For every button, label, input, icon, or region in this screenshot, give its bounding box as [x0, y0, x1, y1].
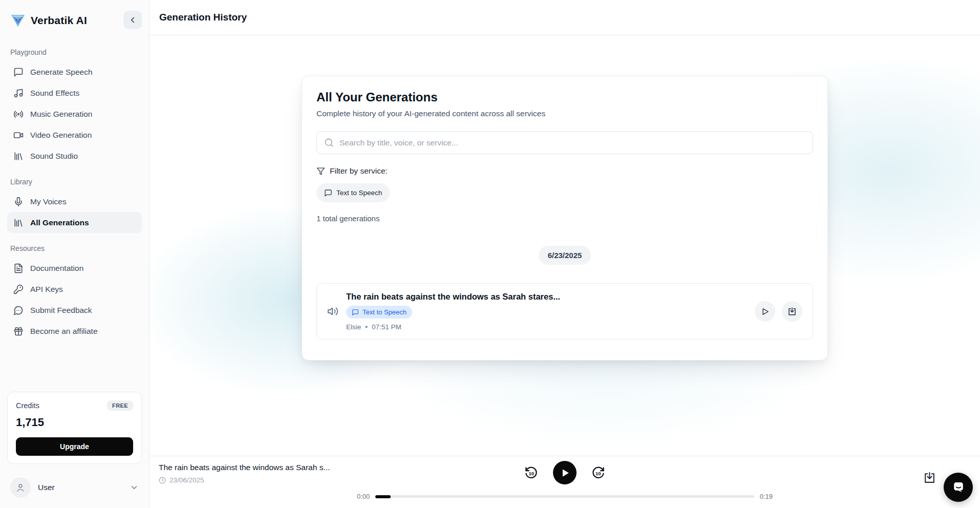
upgrade-button[interactable]: Upgrade — [16, 437, 133, 456]
chat-widget-icon — [951, 480, 966, 495]
music-note-icon — [13, 88, 24, 98]
play-icon — [561, 468, 570, 478]
sidebar-item-label: Sound Studio — [30, 152, 78, 161]
chat-widget-button[interactable] — [944, 473, 973, 502]
svg-text:10: 10 — [528, 470, 534, 476]
sidebar-item-video-generation[interactable]: Video Generation — [7, 124, 142, 145]
rewind-10-icon: 10 — [524, 466, 538, 480]
filter-label: Filter by service: — [330, 166, 388, 176]
credits-card: Credits FREE 1,715 Upgrade — [7, 392, 142, 464]
chevron-down-icon — [130, 483, 139, 492]
sidebar-item-become-affiliate[interactable]: Become an affiliate — [7, 321, 142, 342]
player-track-title: The rain beats against the windows as Sa… — [159, 463, 330, 472]
sidebar-collapse-button[interactable] — [123, 11, 142, 29]
player-track-info: The rain beats against the windows as Sa… — [159, 463, 330, 484]
radio-waves-icon — [13, 109, 24, 119]
date-group-chip: 6/23/2025 — [539, 246, 591, 265]
main-header: Generation History — [150, 0, 980, 35]
generation-info: The rain beats against the windows as Sa… — [346, 292, 755, 331]
sidebar-item-label: Submit Feedback — [30, 306, 92, 315]
message-dots-icon — [13, 305, 24, 315]
generation-row[interactable]: The rain beats against the windows as Sa… — [316, 283, 813, 340]
brand-name: Verbatik AI — [31, 14, 87, 27]
sidebar-item-label: All Generations — [30, 218, 89, 227]
sidebar-item-label: Documentation — [30, 264, 83, 273]
player-progress-track[interactable] — [375, 495, 754, 498]
card-title: All Your Generations — [316, 90, 813, 104]
main-area: Generation History All Your Generations … — [150, 0, 980, 508]
download-generation-button[interactable] — [782, 301, 802, 322]
filter-chip-text-to-speech[interactable]: Text to Speech — [316, 183, 390, 202]
player-controls: 10 10 — [524, 461, 605, 484]
meta-separator: • — [365, 323, 368, 331]
verbatik-logo-icon — [10, 13, 26, 28]
sidebar-item-my-voices[interactable]: My Voices — [7, 191, 142, 212]
plan-badge: FREE — [107, 400, 133, 411]
service-badge-label: Text to Speech — [363, 308, 407, 316]
library-icon — [13, 218, 24, 228]
clock-icon — [159, 477, 166, 484]
volume-icon — [327, 306, 338, 317]
rewind-10-button[interactable]: 10 — [524, 466, 538, 480]
generation-actions — [755, 301, 802, 322]
player-current-time: 0:00 — [357, 493, 370, 500]
player-progress-fill — [375, 495, 391, 498]
sidebar-item-label: Generate Speech — [30, 68, 93, 77]
player-date-text: 23/06/2025 — [169, 476, 204, 484]
sidebar-item-all-generations[interactable]: All Generations — [7, 212, 142, 233]
chevron-left-icon — [128, 15, 137, 25]
user-menu[interactable]: User — [7, 475, 142, 500]
filter-chip-label: Text to Speech — [336, 189, 382, 197]
sidebar-item-generate-speech[interactable]: Generate Speech — [7, 61, 142, 82]
player-play-button[interactable] — [553, 461, 577, 484]
sidebar-item-sound-effects[interactable]: Sound Effects — [7, 82, 142, 103]
play-generation-button[interactable] — [755, 301, 775, 322]
sidebar-item-api-keys[interactable]: API Keys — [7, 279, 142, 300]
audio-player-bar: The rain beats against the windows as Sa… — [150, 456, 980, 508]
download-icon — [923, 471, 936, 484]
player-download-button[interactable] — [923, 471, 936, 484]
page-title: Generation History — [159, 12, 247, 23]
section-label-playground: Playground — [7, 44, 142, 61]
sidebar-item-label: My Voices — [30, 197, 67, 206]
funnel-icon — [316, 167, 325, 176]
video-camera-icon — [13, 130, 24, 140]
download-icon — [787, 307, 797, 316]
card-subtitle: Complete history of your AI-generated co… — [316, 109, 813, 118]
section-label-resources: Resources — [7, 240, 142, 258]
player-track-date: 23/06/2025 — [159, 476, 330, 484]
chat-bubble-icon — [13, 67, 24, 77]
sidebar: Verbatik AI Playground Generate Speech S… — [0, 0, 150, 508]
search-input[interactable] — [339, 138, 805, 147]
sidebar-nav: Playground Generate Speech Sound Effects… — [7, 44, 142, 342]
gift-icon — [13, 326, 24, 336]
avatar — [10, 477, 31, 498]
sidebar-item-sound-studio[interactable]: Sound Studio — [7, 145, 142, 166]
player-duration: 0:19 — [760, 493, 773, 500]
sidebar-item-documentation[interactable]: Documentation — [7, 258, 142, 279]
player-progress-row: 0:00 0:19 — [357, 493, 773, 500]
forward-10-button[interactable]: 10 — [591, 466, 605, 480]
search-box — [316, 131, 813, 154]
sidebar-item-label: Become an affiliate — [30, 327, 98, 336]
total-generations-label: 1 total generations — [316, 214, 813, 223]
document-icon — [13, 263, 24, 273]
sidebar-item-submit-feedback[interactable]: Submit Feedback — [7, 300, 142, 321]
generations-card: All Your Generations Complete history of… — [302, 76, 828, 361]
sidebar-item-label: Video Generation — [30, 131, 92, 140]
sidebar-item-label: Music Generation — [30, 110, 92, 119]
content: All Your Generations Complete history of… — [150, 35, 980, 456]
brand: Verbatik AI — [7, 10, 142, 31]
microphone-icon — [13, 197, 24, 207]
key-icon — [13, 284, 24, 294]
library-icon — [13, 151, 24, 161]
generation-meta: Elsie • 07:51 PM — [346, 323, 755, 331]
forward-10-icon: 10 — [591, 466, 605, 480]
sidebar-item-label: API Keys — [30, 285, 63, 294]
chat-bubble-icon — [352, 309, 359, 316]
generation-title: The rain beats against the windows as Sa… — [346, 292, 755, 302]
sidebar-item-label: Sound Effects — [30, 89, 79, 98]
service-badge: Text to Speech — [346, 306, 412, 319]
sidebar-item-music-generation[interactable]: Music Generation — [7, 103, 142, 124]
svg-text:10: 10 — [595, 470, 601, 476]
